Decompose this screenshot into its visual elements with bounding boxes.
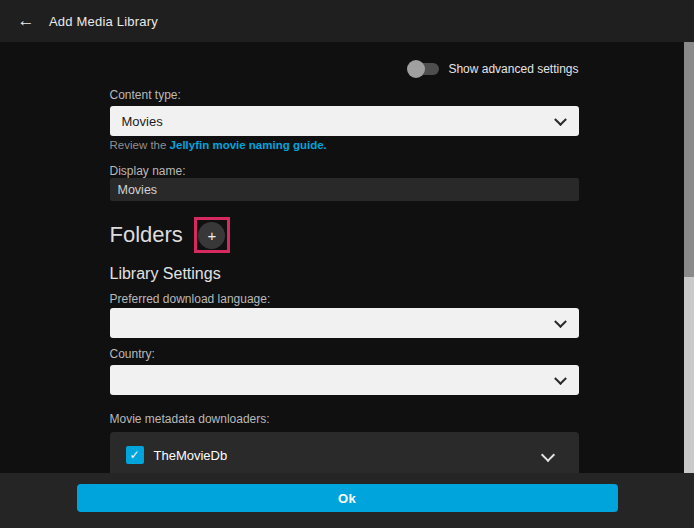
page-title: Add Media Library	[49, 14, 158, 29]
folders-section-header: Folders +	[110, 217, 579, 253]
themoviedb-checkbox[interactable]: ✓	[126, 446, 144, 464]
naming-guide-link[interactable]: Jellyfin movie naming guide	[170, 139, 324, 151]
plus-icon: +	[207, 228, 216, 243]
add-media-library-dialog: ← Add Media Library Show advanced settin…	[0, 0, 694, 528]
chevron-down-icon	[554, 113, 567, 126]
helper-suffix: .	[324, 139, 327, 151]
scrollbar-track[interactable]	[684, 42, 694, 474]
toggle-knob	[407, 60, 425, 78]
preferred-language-select[interactable]	[110, 308, 579, 338]
advanced-settings-row: Show advanced settings	[110, 60, 579, 78]
chevron-down-icon	[554, 315, 567, 328]
content-type-label: Content type:	[110, 89, 579, 101]
chevron-down-icon	[554, 372, 567, 385]
dialog-footer: Ok	[0, 473, 694, 528]
library-settings-heading: Library Settings	[110, 264, 579, 283]
display-name-label: Display name:	[110, 165, 579, 177]
country-select[interactable]	[110, 365, 579, 395]
metadata-downloader-name: TheMovieDb	[154, 448, 228, 463]
dialog-content: Show advanced settings Content type: Mov…	[0, 42, 694, 528]
scrollbar-thumb[interactable]	[684, 42, 694, 277]
content-type-select[interactable]: Movies	[110, 106, 579, 136]
check-icon: ✓	[129, 448, 139, 462]
display-name-input[interactable]	[110, 178, 579, 201]
metadata-downloaders-label: Movie metadata downloaders:	[110, 413, 579, 425]
country-label: Country:	[110, 348, 579, 360]
advanced-settings-label: Show advanced settings	[448, 62, 578, 76]
ok-button[interactable]: Ok	[77, 484, 618, 512]
app-bar: ← Add Media Library	[0, 0, 694, 42]
show-advanced-settings-toggle[interactable]	[409, 63, 439, 75]
back-arrow-icon: ←	[18, 11, 35, 31]
chevron-down-icon	[540, 448, 554, 462]
helper-prefix: Review the	[110, 139, 170, 151]
back-button[interactable]: ←	[13, 8, 39, 34]
naming-guide-helper: Review the Jellyfin movie naming guide.	[110, 139, 579, 151]
folders-heading: Folders	[110, 217, 183, 253]
add-folder-button[interactable]: +	[194, 217, 230, 253]
content-type-value: Movies	[122, 114, 163, 129]
preferred-language-label: Preferred download language:	[110, 293, 579, 305]
